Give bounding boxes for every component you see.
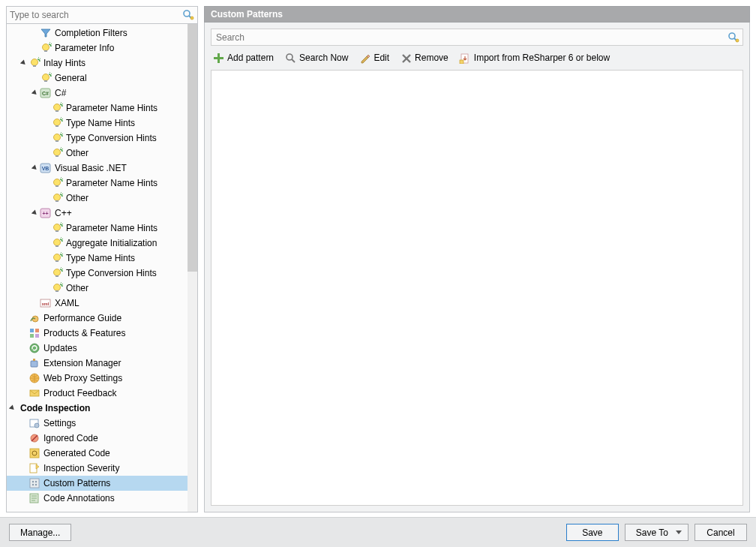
tree-item[interactable]: Type Name Hints xyxy=(7,116,188,131)
tree-item-label: Other xyxy=(63,148,88,158)
severity-icon xyxy=(28,462,40,474)
bulb-icon xyxy=(51,222,63,234)
tree-item[interactable]: Completion Filters xyxy=(7,26,188,41)
sidebar-search[interactable] xyxy=(7,7,197,24)
tree-item[interactable]: Extension Manager xyxy=(7,356,188,371)
bulb-icon xyxy=(40,42,52,54)
tree-item[interactable]: Type Conversion Hints xyxy=(7,266,188,281)
save-label: Save xyxy=(582,527,602,538)
tree-item[interactable]: Parameter Name Hints xyxy=(7,101,188,116)
tree-item[interactable]: C# xyxy=(7,86,188,101)
tree-item-label: Code Inspection xyxy=(17,403,90,413)
patterns-list[interactable] xyxy=(211,70,743,506)
import-icon xyxy=(459,52,471,64)
pencil-icon xyxy=(358,52,370,64)
plus-icon xyxy=(212,52,224,64)
tree-item[interactable]: Aggregate Initialization xyxy=(7,236,188,251)
tree-item-label: Settings xyxy=(40,418,76,428)
mail-icon xyxy=(28,387,40,399)
tree-item[interactable]: Products & Features xyxy=(7,326,188,341)
search-now-button[interactable]: Search Now xyxy=(284,52,348,64)
edit-label: Edit xyxy=(374,53,389,63)
expander-placeholder xyxy=(20,434,28,443)
content-toolbar: Add pattern Search Now Edit Remove xyxy=(211,52,743,64)
tree-item-label: Inlay Hints xyxy=(40,58,86,68)
expander-placeholder xyxy=(42,119,51,128)
edit-button[interactable]: Edit xyxy=(358,52,389,64)
sidebar-scrollbar-thumb[interactable] xyxy=(188,24,197,272)
tree-item-label: Type Conversion Hints xyxy=(63,133,157,143)
tree-item[interactable]: Other xyxy=(7,281,188,296)
tree-item-label: Ignored Code xyxy=(40,433,98,443)
proxy-icon xyxy=(28,372,40,384)
expander-placeholder xyxy=(42,104,51,113)
settings-icon xyxy=(28,417,40,429)
save-to-button[interactable]: Save To xyxy=(625,524,688,541)
tree-item[interactable]: Code Inspection xyxy=(7,401,188,416)
search-icon xyxy=(728,32,740,46)
remove-button[interactable]: Remove xyxy=(400,52,448,64)
tree-item-label: C++ xyxy=(52,208,72,218)
tree-item[interactable]: XAML xyxy=(7,296,188,311)
bulb-icon xyxy=(51,267,63,279)
expander-icon[interactable] xyxy=(8,404,17,413)
tree-item-label: Product Feedback xyxy=(40,388,116,398)
tree-item[interactable]: Parameter Name Hints xyxy=(7,221,188,236)
tree-item[interactable]: General xyxy=(7,71,188,86)
content-title-text: Custom Patterns xyxy=(211,9,283,20)
tree-item-label: Code Annotations xyxy=(40,493,115,503)
tree-item[interactable]: Other xyxy=(7,191,188,206)
save-button[interactable]: Save xyxy=(566,524,619,541)
expander-icon[interactable] xyxy=(20,59,28,68)
tree-item[interactable]: Web Proxy Settings xyxy=(7,371,188,386)
import-button[interactable]: Import from ReSharper 6 or below xyxy=(459,52,610,64)
search-icon xyxy=(182,9,194,23)
tree-item[interactable]: Inspection Severity xyxy=(7,461,188,476)
cancel-button[interactable]: Cancel xyxy=(694,524,747,541)
tree-item[interactable]: Visual Basic .NET xyxy=(7,161,188,176)
tree-item[interactable]: Parameter Info xyxy=(7,41,188,56)
expander-placeholder xyxy=(20,314,28,323)
sidebar-tree[interactable]: Completion FiltersParameter InfoInlay Hi… xyxy=(7,24,188,512)
sidebar-scrollbar[interactable] xyxy=(188,24,197,512)
vb-icon xyxy=(40,162,52,174)
expander-placeholder xyxy=(20,464,28,473)
tree-item[interactable]: Settings xyxy=(7,416,188,431)
tree-item-label: Visual Basic .NET xyxy=(52,163,127,173)
tree-item-label: XAML xyxy=(52,298,80,308)
expander-icon[interactable] xyxy=(31,209,40,218)
tree-item[interactable]: Inlay Hints xyxy=(7,56,188,71)
tree-item-label: Custom Patterns xyxy=(40,478,110,488)
tree-item[interactable]: Code Annotations xyxy=(7,491,188,506)
tree-item[interactable]: Updates xyxy=(7,341,188,356)
import-label: Import from ReSharper 6 or below xyxy=(474,53,610,63)
content-search-input[interactable] xyxy=(212,29,742,45)
expander-icon[interactable] xyxy=(31,89,40,98)
add-pattern-label: Add pattern xyxy=(227,53,274,63)
tree-item[interactable]: Performance Guide xyxy=(7,311,188,326)
sidebar-search-input[interactable] xyxy=(7,7,197,23)
bulb-icon xyxy=(51,102,63,114)
tree-item[interactable]: Parameter Name Hints xyxy=(7,176,188,191)
add-pattern-button[interactable]: Add pattern xyxy=(212,52,274,64)
remove-label: Remove xyxy=(415,53,448,63)
bulb-icon xyxy=(51,237,63,249)
cs-icon xyxy=(40,87,52,99)
content-search[interactable] xyxy=(211,29,743,46)
tree-item[interactable]: Type Conversion Hints xyxy=(7,131,188,146)
tree-item[interactable]: Generated Code xyxy=(7,446,188,461)
tree-item[interactable]: Ignored Code xyxy=(7,431,188,446)
tree-item[interactable]: Product Feedback xyxy=(7,386,188,401)
expander-placeholder xyxy=(42,179,51,188)
tree-item[interactable]: Custom Patterns xyxy=(7,476,188,491)
bulb-icon xyxy=(28,57,40,69)
tree-item-label: Parameter Name Hints xyxy=(63,178,158,188)
tree-item[interactable]: Other xyxy=(7,146,188,161)
expander-placeholder xyxy=(42,269,51,278)
expander-icon[interactable] xyxy=(31,164,40,173)
tree-item[interactable]: Type Name Hints xyxy=(7,251,188,266)
manage-button[interactable]: Manage... xyxy=(9,524,71,541)
expander-placeholder xyxy=(20,494,28,503)
tree-item[interactable]: C++ xyxy=(7,206,188,221)
products-icon xyxy=(28,327,40,339)
